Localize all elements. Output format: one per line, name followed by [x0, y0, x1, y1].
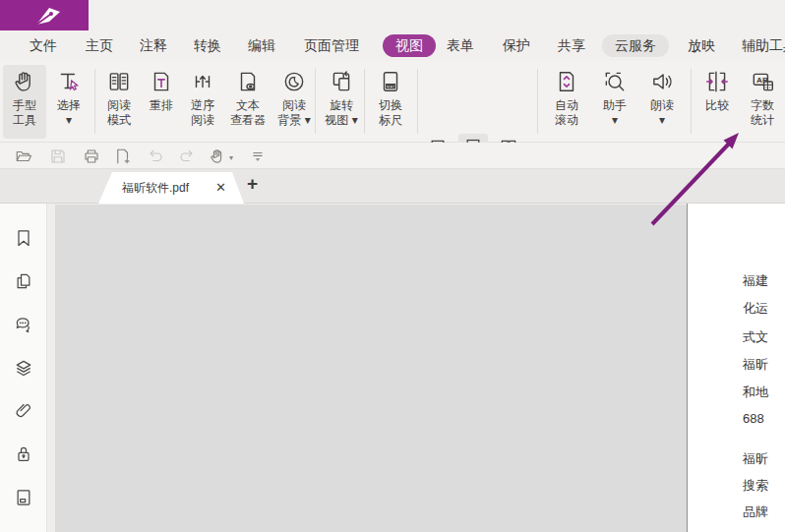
navigation-sidebar	[0, 204, 47, 532]
pages-icon[interactable]	[14, 271, 33, 291]
reverse-reading-icon	[190, 65, 215, 98]
ribbon-separator	[94, 69, 95, 134]
main-area: 福建 化运 式文 福昕 和地 688 福昕 搜索 品牌	[0, 204, 785, 532]
rotate-view-button[interactable]: 旋转 视图 ▾	[318, 65, 365, 139]
hand-tool-quick-icon[interactable]	[209, 148, 226, 165]
menu-cloud[interactable]: 云服务	[602, 34, 669, 57]
new-document-icon[interactable]	[114, 148, 132, 165]
toggle-ruler-button[interactable]: 切换 标尺	[367, 65, 414, 139]
read-mode-button[interactable]: 阅读 模式	[97, 65, 141, 139]
document-tab-bar: 福昕软件.pdf ✕ +	[0, 169, 785, 204]
bookmarks-icon[interactable]	[14, 228, 33, 248]
text-viewer-icon	[235, 65, 261, 98]
rotate-view-icon	[329, 65, 354, 98]
print-icon[interactable]	[83, 148, 100, 165]
open-folder-icon[interactable]	[15, 148, 32, 165]
reflow-icon	[149, 65, 174, 98]
page-text-line: 和地	[743, 384, 768, 401]
new-tab-button[interactable]: +	[247, 173, 258, 195]
pen-nib-icon	[23, 3, 66, 29]
reflow-button[interactable]: 重排	[143, 65, 180, 139]
ribbon-separator	[691, 69, 692, 134]
hand-tool-icon	[12, 65, 37, 98]
attachments-icon[interactable]	[14, 401, 33, 421]
ribbon-separator	[417, 69, 418, 134]
ribbon-separator	[537, 69, 538, 134]
ribbon-separator	[315, 69, 316, 134]
word-count-icon: AB	[750, 65, 775, 98]
page-text-line: 福昕	[743, 356, 768, 374]
read-mode-icon	[106, 65, 132, 98]
menu-convert[interactable]: 转换	[194, 30, 221, 61]
menu-edit[interactable]: 编辑	[248, 30, 275, 61]
reading-background-icon	[281, 65, 307, 98]
menu-accessibility[interactable]: 辅助工具	[742, 30, 785, 61]
menu-present[interactable]: 放映	[688, 30, 715, 61]
menu-view[interactable]: 视图	[383, 34, 436, 57]
assistant-icon	[602, 65, 628, 98]
comments-icon[interactable]	[14, 315, 33, 334]
titlebar	[0, 0, 785, 30]
hand-tool-button[interactable]: 手型 工具	[3, 65, 46, 139]
word-count-button[interactable]: AB 字数 统计	[741, 65, 784, 139]
menu-file[interactable]: 文件	[30, 30, 57, 61]
menu-protect[interactable]: 保护	[503, 30, 530, 61]
security-icon[interactable]	[14, 444, 33, 464]
assistant-button[interactable]: 助手 ▾	[593, 65, 636, 139]
undo-icon[interactable]	[147, 148, 164, 165]
text-viewer-button[interactable]: 文本 查看器	[223, 65, 272, 139]
select-tool-button[interactable]: 选择 ▾	[48, 65, 90, 139]
page-text-line: 搜索	[743, 477, 768, 495]
menu-organize[interactable]: 页面管理	[304, 30, 359, 61]
page-text-line: 品牌	[743, 503, 768, 521]
page-text-line: 式文	[743, 328, 768, 346]
layers-icon[interactable]	[14, 358, 33, 378]
save-icon[interactable]	[49, 148, 67, 165]
tab-title: 福昕软件.pdf	[122, 180, 189, 197]
document-page-2[interactable]: 福建 化运 式文 福昕 和地 688 福昕 搜索 品牌	[687, 204, 785, 532]
page-text-line: 化运	[743, 300, 768, 318]
page-text-line: 福昕	[743, 450, 768, 468]
form-fields-icon[interactable]	[14, 488, 33, 507]
page-text-line: 688	[743, 411, 764, 426]
reading-background-button[interactable]: 阅读 背景 ▾	[272, 65, 316, 139]
tab-close-icon[interactable]: ✕	[215, 180, 226, 196]
hand-tool-caret-icon[interactable]: ▾	[229, 153, 233, 162]
auto-scroll-icon	[554, 65, 579, 98]
document-page-1[interactable]	[55, 205, 687, 532]
reverse-reading-button[interactable]: 逆序 阅读	[182, 65, 223, 139]
read-aloud-button[interactable]: 朗读 ▾	[640, 65, 684, 139]
tab-active[interactable]: 福昕软件.pdf ✕	[98, 172, 244, 204]
toggle-ruler-icon	[378, 65, 403, 98]
select-text-icon	[56, 65, 82, 98]
auto-scroll-button[interactable]: 自动 滚动	[544, 65, 589, 139]
menu-home[interactable]: 主页	[86, 30, 113, 61]
menu-comment[interactable]: 注释	[140, 30, 167, 61]
app-logo[interactable]	[0, 0, 89, 30]
menubar: 文件 主页 注释 转换 编辑 页面管理 视图 表单 保护 共享 云服务 放映 辅…	[0, 30, 785, 61]
read-aloud-icon	[649, 65, 675, 98]
compare-icon	[704, 65, 730, 98]
quick-access-toolbar: ▾	[0, 143, 785, 169]
page-text-line: 福建	[743, 272, 768, 290]
compare-button[interactable]: 比较	[695, 65, 739, 139]
ribbon-toolbar: 手型 工具 选择 ▾ 阅读 模式 重排	[0, 61, 785, 143]
foxit-pdf-reader-window: { "app": { "accent_color": "#93278f", "m…	[0, 0, 785, 532]
ribbon-separator	[364, 69, 365, 134]
collapse-toolbar-icon[interactable]	[251, 149, 265, 163]
redo-icon[interactable]	[178, 148, 196, 165]
menu-form[interactable]: 表单	[447, 30, 474, 61]
menu-share[interactable]: 共享	[558, 30, 585, 61]
